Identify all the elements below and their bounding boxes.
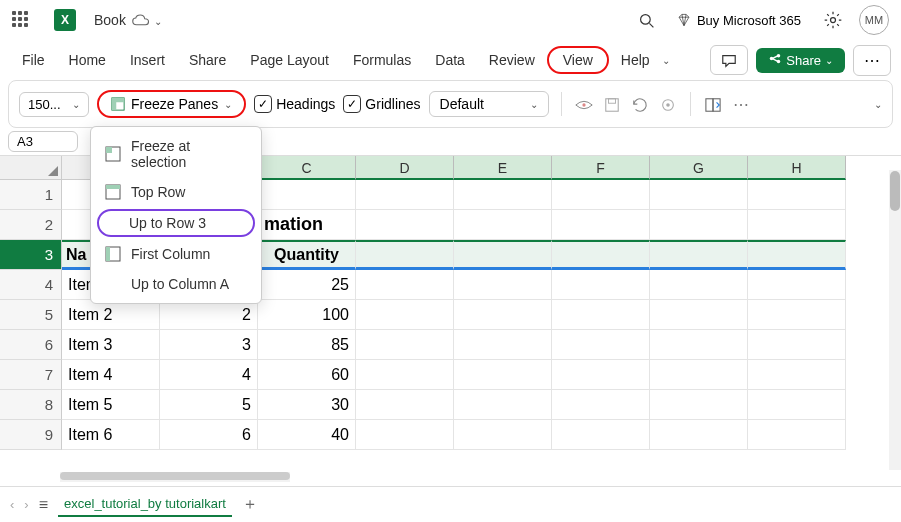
menu-bar: File Home Insert Share Page Layout Formu… <box>0 40 901 80</box>
col-header[interactable]: C <box>258 156 356 180</box>
freeze-first-column-item[interactable]: First Column <box>91 239 261 269</box>
collapse-ribbon-chevron-icon[interactable]: ⌄ <box>874 99 882 110</box>
menu-share[interactable]: Share <box>177 46 238 74</box>
menu-review[interactable]: Review <box>477 46 547 74</box>
freeze-top-row-item[interactable]: Top Row <box>91 177 261 207</box>
save-view-icon[interactable] <box>602 95 622 113</box>
share-icon <box>768 53 782 67</box>
row-8: 8 Item 5 5 30 <box>0 390 901 420</box>
svg-point-4 <box>770 57 774 61</box>
col-header[interactable]: G <box>650 156 748 180</box>
freeze-panes-dropdown: Freeze at selection Top Row Up to Row 3 … <box>90 126 262 304</box>
menu-insert[interactable]: Insert <box>118 46 177 74</box>
freeze-selection-icon <box>105 146 121 162</box>
freeze-panes-button[interactable]: Freeze Panes ⌄ <box>97 90 246 118</box>
first-column-icon <box>105 246 121 262</box>
row-5: 5 Item 2 2 100 <box>0 300 901 330</box>
svg-rect-17 <box>106 147 112 153</box>
menu-data[interactable]: Data <box>423 46 477 74</box>
sheet-view-select[interactable]: Default⌄ <box>429 91 549 117</box>
eye-icon[interactable] <box>574 95 594 113</box>
sheet-tab-bar: ‹ › ≡ excel_tutorial_by tutorialkart ＋ <box>0 486 901 522</box>
svg-rect-10 <box>605 99 617 111</box>
row-7: 7 Item 4 4 60 <box>0 360 901 390</box>
row-9: 9 Item 6 6 40 <box>0 420 901 450</box>
buy-label: Buy Microsoft 365 <box>697 13 801 28</box>
freeze-at-selection-item[interactable]: Freeze at selection <box>91 131 261 177</box>
row-header[interactable]: 9 <box>0 420 62 450</box>
buy-microsoft-365-button[interactable]: Buy Microsoft 365 <box>677 13 801 28</box>
menu-home[interactable]: Home <box>57 46 118 74</box>
zoom-select[interactable]: 150...⌄ <box>19 92 89 117</box>
svg-rect-19 <box>106 185 120 189</box>
share-button[interactable]: Share ⌄ <box>756 48 845 73</box>
select-all-corner[interactable] <box>0 156 62 180</box>
header-cell[interactable]: Quantity <box>258 240 356 270</box>
view-ribbon: 150...⌄ Freeze Panes ⌄ ✓ Headings ✓ Grid… <box>8 80 893 128</box>
workbook-name[interactable]: Book <box>94 12 126 28</box>
col-header[interactable]: F <box>552 156 650 180</box>
vertical-scrollbar[interactable] <box>889 170 901 470</box>
svg-rect-14 <box>705 99 712 111</box>
comments-button[interactable] <box>710 45 748 75</box>
col-header[interactable]: H <box>748 156 846 180</box>
menu-formulas[interactable]: Formulas <box>341 46 423 74</box>
col-header[interactable]: E <box>454 156 552 180</box>
gridlines-checkbox[interactable]: ✓ Gridlines <box>343 95 420 113</box>
name-box[interactable]: A3 <box>8 131 78 152</box>
cell[interactable]: 25 <box>258 270 356 300</box>
diamond-icon <box>677 13 691 27</box>
headings-checkbox[interactable]: ✓ Headings <box>254 95 335 113</box>
more-icon[interactable]: ⋯ <box>731 95 751 114</box>
row-header[interactable]: 7 <box>0 360 62 390</box>
menu-help[interactable]: Help <box>609 46 662 74</box>
settings-icon[interactable] <box>823 10 843 30</box>
menu-file[interactable]: File <box>10 46 57 74</box>
navigation-icon[interactable] <box>703 95 723 113</box>
more-options-button[interactable]: ⋯ <box>853 45 891 76</box>
freeze-panes-icon <box>111 97 125 111</box>
svg-rect-8 <box>112 98 124 102</box>
chevron-down-icon: ⌄ <box>530 99 538 110</box>
apps-launcher-icon[interactable] <box>12 11 30 29</box>
col-header[interactable]: D <box>356 156 454 180</box>
row-header[interactable]: 6 <box>0 330 62 360</box>
svg-point-3 <box>777 54 781 58</box>
row-header[interactable]: 5 <box>0 300 62 330</box>
menu-overflow-chevron-icon[interactable]: ⌄ <box>662 55 670 66</box>
row-header[interactable]: 3 <box>0 240 62 270</box>
cloud-save-icon[interactable]: ⌄ <box>132 12 162 28</box>
row-header[interactable]: 8 <box>0 390 62 420</box>
search-icon[interactable] <box>639 11 655 29</box>
svg-point-0 <box>641 14 651 24</box>
add-sheet-icon[interactable]: ＋ <box>242 494 258 515</box>
menu-view[interactable]: View <box>547 46 609 74</box>
chevron-down-icon: ⌄ <box>825 55 833 66</box>
chevron-down-icon: ⌄ <box>72 99 80 110</box>
svg-point-9 <box>582 103 585 106</box>
freeze-up-to-row-item[interactable]: Up to Row 3 <box>97 209 255 237</box>
title-cell[interactable]: mation <box>258 210 356 240</box>
menu-page-layout[interactable]: Page Layout <box>238 46 341 74</box>
all-sheets-icon[interactable]: ≡ <box>39 496 48 514</box>
sheet-nav-next-icon[interactable]: › <box>24 497 28 512</box>
user-avatar[interactable]: MM <box>859 5 889 35</box>
title-bar: X Book ⌄ Buy Microsoft 365 MM <box>0 0 901 40</box>
row-header[interactable]: 4 <box>0 270 62 300</box>
svg-point-5 <box>777 60 781 64</box>
sheet-nav-prev-icon[interactable]: ‹ <box>10 497 14 512</box>
divider <box>561 92 562 116</box>
excel-logo-icon: X <box>54 9 76 31</box>
divider <box>690 92 691 116</box>
horizontal-scrollbar[interactable] <box>60 472 290 482</box>
top-row-icon <box>105 184 121 200</box>
freeze-up-to-column-item[interactable]: Up to Column A <box>91 269 261 299</box>
row-6: 6 Item 3 3 85 <box>0 330 901 360</box>
options-icon[interactable] <box>658 95 678 113</box>
svg-rect-21 <box>106 247 110 261</box>
sheet-tab[interactable]: excel_tutorial_by tutorialkart <box>58 492 232 517</box>
row-header[interactable]: 2 <box>0 210 62 240</box>
refresh-icon[interactable] <box>630 95 650 113</box>
svg-point-13 <box>666 103 670 107</box>
row-header[interactable]: 1 <box>0 180 62 210</box>
